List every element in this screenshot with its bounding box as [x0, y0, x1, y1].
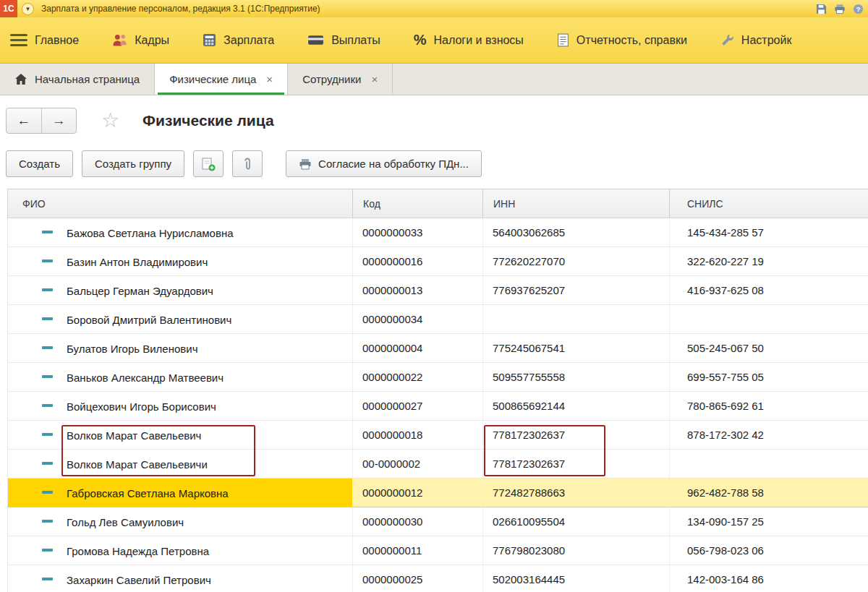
cell-snils[interactable]: 699-557-755 05	[670, 363, 868, 392]
menu-item-label: Налоги и взносы	[434, 34, 524, 47]
table-row[interactable]: Булатов Игорь Виленович00000000047752450…	[8, 334, 868, 363]
save-icon[interactable]	[816, 4, 827, 14]
cell-code[interactable]: 0000000034	[353, 305, 483, 334]
cell-code[interactable]: 0000000033	[353, 218, 483, 247]
tab-close-icon[interactable]: ×	[371, 73, 378, 85]
attachments-button[interactable]	[232, 150, 263, 177]
cell-fio[interactable]: Войцехович Игорь Борисович	[8, 392, 353, 421]
cell-inn[interactable]: 772482788663	[483, 479, 670, 507]
pdn-consent-button[interactable]: Согласие на обработку ПДн...	[286, 150, 482, 177]
cell-snils[interactable]: 134-090-157 25	[670, 507, 868, 536]
cell-inn[interactable]: 772620227070	[483, 247, 670, 276]
cell-code[interactable]: 0000000012	[353, 479, 483, 507]
cell-code[interactable]: 0000000027	[353, 392, 483, 421]
cell-snils[interactable]: 322-620-227 19	[670, 247, 868, 276]
table-row[interactable]: Волков Марат Савельевичи00-0000002778172…	[8, 450, 868, 479]
cell-inn[interactable]: 778172302637	[483, 421, 670, 450]
cell-inn[interactable]: 776937625207	[483, 276, 670, 305]
cell-snils[interactable]: 142-003-164 86	[670, 565, 868, 592]
cell-fio[interactable]: Захаркин Савелий Петрович	[8, 565, 353, 592]
table-row[interactable]: Ваньков Александр Матвеевич0000000022509…	[8, 363, 868, 392]
cell-code[interactable]: 0000000022	[353, 363, 483, 392]
table-row[interactable]: Гольд Лев Самуилович00000000300266100955…	[8, 507, 868, 536]
cell-code[interactable]: 0000000016	[353, 247, 483, 276]
table-row[interactable]: Громова Надежда Петровна0000000011776798…	[8, 536, 868, 565]
cell-snils[interactable]: 878-172-302 42	[670, 421, 868, 450]
cell-snils[interactable]	[670, 450, 868, 479]
cell-code[interactable]: 0000000013	[353, 276, 483, 305]
cell-snils[interactable]: 056-798-023 06	[670, 536, 868, 565]
cell-fio[interactable]: Боровой Дмитрий Валентинович	[8, 305, 353, 334]
open-windows-tab-bar: Начальная страница Физические лица × Сот…	[0, 64, 868, 95]
cell-inn[interactable]: 778172302637	[483, 450, 670, 479]
cell-code[interactable]: 00-0000002	[353, 450, 483, 479]
print-icon	[299, 158, 312, 170]
cell-inn[interactable]: 775245067541	[483, 334, 670, 363]
col-header-inn[interactable]: ИНН	[483, 189, 670, 218]
cell-fio[interactable]: Бальцер Герман Эдуардович	[8, 276, 353, 305]
menu-item-vyplaty[interactable]: Выплаты	[307, 34, 380, 47]
menu-item-nastroiki[interactable]: Настройк	[720, 33, 792, 47]
print-icon[interactable]	[834, 4, 846, 14]
tab-fizicheskie-litsa[interactable]: Физические лица ×	[155, 64, 288, 95]
cell-fio[interactable]: Волков Марат Савельевичи	[8, 450, 353, 479]
tab-label: Начальная страница	[35, 73, 140, 85]
cell-inn[interactable]: 776798023080	[483, 536, 670, 565]
table-row[interactable]: Войцехович Игорь Борисович00000000275008…	[8, 392, 868, 421]
cell-inn[interactable]: 502003164445	[483, 565, 670, 592]
cell-fio[interactable]: Бажова Светлана Нурисламовна	[8, 218, 353, 247]
cell-code[interactable]: 0000000004	[353, 334, 483, 363]
menu-item-nalogi[interactable]: % Налоги и взносы	[414, 32, 524, 48]
cell-inn[interactable]: 509557755558	[483, 363, 670, 392]
table-row[interactable]: Габровская Светлана Марковна000000001277…	[8, 479, 868, 507]
person-name: Бажова Светлана Нурисламовна	[67, 227, 234, 239]
cell-fio[interactable]: Волков Марат Савельевич	[8, 421, 353, 450]
table-row[interactable]: Волков Марат Савельевич00000000187781723…	[8, 421, 868, 450]
cell-inn[interactable]: 026610095504	[483, 507, 670, 536]
cell-snils[interactable]	[670, 305, 868, 334]
cell-snils[interactable]: 505-245-067 50	[670, 334, 868, 363]
favorite-star-icon[interactable]: ☆	[101, 111, 119, 131]
cell-snils[interactable]: 145-434-285 57	[670, 218, 868, 247]
tab-close-icon[interactable]: ×	[266, 73, 273, 85]
create-group-button[interactable]: Создать группу	[82, 150, 184, 177]
help-icon[interactable]: ?	[853, 4, 864, 14]
tab-home[interactable]: Начальная страница	[0, 64, 155, 95]
col-header-snils[interactable]: СНИЛС	[670, 189, 868, 218]
forward-button[interactable]: →	[42, 108, 77, 133]
cell-snils[interactable]: 416-937-625 08	[670, 276, 868, 305]
cell-snils[interactable]: 962-482-788 58	[670, 479, 868, 507]
table-row[interactable]: Боровой Дмитрий Валентинович0000000034	[8, 305, 868, 334]
table-row[interactable]: Бажова Светлана Нурисламовна000000003356…	[8, 218, 868, 247]
col-header-fio[interactable]: ФИО	[8, 189, 353, 218]
cell-fio[interactable]: Ваньков Александр Матвеевич	[8, 363, 353, 392]
main-menu-button[interactable]: Главное	[10, 34, 79, 47]
paperclip-icon	[242, 157, 253, 171]
cell-code[interactable]: 0000000018	[353, 421, 483, 450]
table-row[interactable]: Захаркин Савелий Петрович000000002550200…	[8, 565, 868, 592]
table-row[interactable]: Бальцер Герман Эдуардович000000001377693…	[8, 276, 868, 305]
cell-code[interactable]: 0000000011	[353, 536, 483, 565]
create-button[interactable]: Создать	[6, 150, 73, 177]
cell-fio[interactable]: Базин Антон Владимирович	[8, 247, 353, 276]
tab-sotrudniki[interactable]: Сотрудники ×	[288, 64, 393, 95]
cell-snils[interactable]: 780-865-692 61	[670, 392, 868, 421]
cell-inn[interactable]: 564003062685	[483, 218, 670, 247]
cell-fio[interactable]: Гольд Лев Самуилович	[8, 507, 353, 536]
cell-fio[interactable]: Булатов Игорь Виленович	[8, 334, 353, 363]
main-dropdown-button[interactable]: ▾	[22, 3, 34, 15]
cell-inn[interactable]	[483, 305, 670, 334]
back-button[interactable]: ←	[7, 108, 42, 133]
create-new-item-button[interactable]	[193, 150, 224, 177]
col-header-code[interactable]: Код	[353, 189, 483, 218]
menu-item-kadry[interactable]: Кадры	[112, 33, 169, 47]
cell-fio[interactable]: Габровская Светлана Марковна	[8, 479, 353, 507]
cell-fio[interactable]: Громова Надежда Петровна	[8, 536, 353, 565]
cell-code[interactable]: 0000000025	[353, 565, 483, 592]
report-icon	[557, 33, 569, 47]
cell-inn[interactable]: 500865692144	[483, 392, 670, 421]
menu-item-zarplata[interactable]: Зарплата	[203, 33, 274, 47]
cell-code[interactable]: 0000000030	[353, 507, 483, 536]
menu-item-otchetnost[interactable]: Отчетность, справки	[557, 33, 687, 47]
table-row[interactable]: Базин Антон Владимирович0000000016772620…	[8, 247, 868, 276]
